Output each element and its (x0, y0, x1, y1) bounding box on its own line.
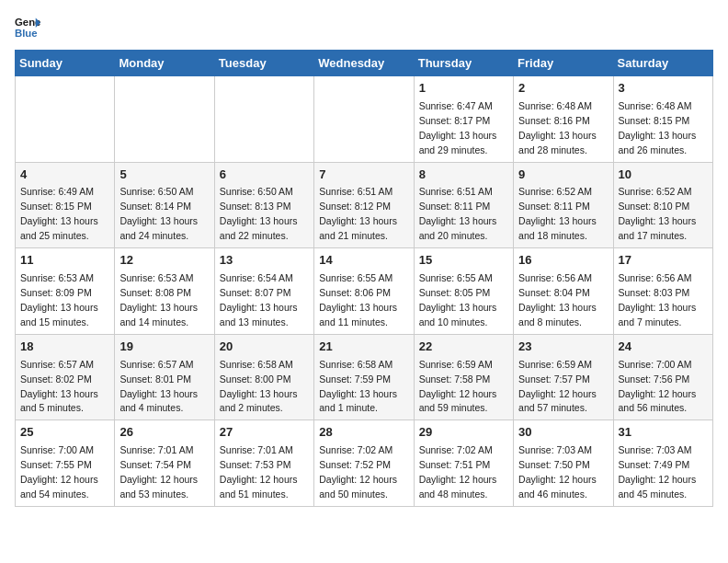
day-number: 7 (319, 167, 408, 184)
day-cell: 9Sunrise: 6:52 AM Sunset: 8:11 PM Daylig… (514, 162, 613, 248)
week-row-4: 18Sunrise: 6:57 AM Sunset: 8:02 PM Dayli… (16, 334, 713, 420)
logo: General Blue (15, 15, 44, 40)
day-cell: 15Sunrise: 6:55 AM Sunset: 8:05 PM Dayli… (414, 248, 513, 335)
day-number: 2 (518, 80, 608, 98)
day-info: Sunrise: 6:47 AM Sunset: 8:17 PM Dayligh… (419, 100, 497, 155)
day-cell (16, 76, 115, 163)
day-cell: 25Sunrise: 7:00 AM Sunset: 7:55 PM Dayli… (16, 420, 115, 507)
day-info: Sunrise: 6:56 AM Sunset: 8:04 PM Dayligh… (518, 272, 597, 327)
day-info: Sunrise: 6:53 AM Sunset: 8:09 PM Dayligh… (20, 272, 98, 327)
day-cell: 20Sunrise: 6:58 AM Sunset: 8:00 PM Dayli… (214, 334, 313, 420)
logo-icon: General Blue (15, 15, 40, 40)
day-cell: 23Sunrise: 6:59 AM Sunset: 7:57 PM Dayli… (514, 334, 613, 420)
day-cell: 26Sunrise: 7:01 AM Sunset: 7:54 PM Dayli… (115, 420, 214, 507)
day-number: 14 (319, 252, 408, 270)
calendar-table: SundayMondayTuesdayWednesdayThursdayFrid… (15, 50, 713, 507)
day-info: Sunrise: 7:00 AM Sunset: 7:55 PM Dayligh… (20, 444, 98, 500)
day-number: 28 (319, 424, 408, 442)
day-info: Sunrise: 7:02 AM Sunset: 7:52 PM Dayligh… (319, 444, 397, 500)
day-info: Sunrise: 7:02 AM Sunset: 7:51 PM Dayligh… (419, 444, 497, 500)
day-number: 24 (619, 339, 708, 356)
day-cell: 24Sunrise: 7:00 AM Sunset: 7:56 PM Dayli… (613, 334, 712, 420)
day-cell: 27Sunrise: 7:01 AM Sunset: 7:53 PM Dayli… (214, 420, 313, 507)
day-cell: 10Sunrise: 6:52 AM Sunset: 8:10 PM Dayli… (613, 162, 712, 248)
day-cell: 21Sunrise: 6:58 AM Sunset: 7:59 PM Dayli… (314, 334, 414, 420)
header-cell-sunday: Sunday (16, 51, 115, 76)
header-cell-wednesday: Wednesday (314, 51, 414, 76)
day-info: Sunrise: 6:50 AM Sunset: 8:14 PM Dayligh… (119, 186, 198, 241)
day-info: Sunrise: 7:01 AM Sunset: 7:54 PM Dayligh… (119, 444, 198, 500)
day-number: 31 (619, 424, 708, 442)
day-info: Sunrise: 6:50 AM Sunset: 8:13 PM Dayligh… (220, 186, 298, 241)
day-info: Sunrise: 6:51 AM Sunset: 8:12 PM Dayligh… (319, 186, 397, 241)
day-number: 10 (619, 167, 708, 184)
day-cell: 1Sunrise: 6:47 AM Sunset: 8:17 PM Daylig… (414, 76, 513, 163)
day-number: 11 (20, 252, 109, 270)
day-cell (115, 76, 214, 163)
day-info: Sunrise: 6:52 AM Sunset: 8:10 PM Dayligh… (619, 186, 697, 241)
day-number: 1 (419, 80, 508, 98)
header-cell-saturday: Saturday (613, 51, 712, 76)
day-info: Sunrise: 6:52 AM Sunset: 8:11 PM Dayligh… (518, 186, 597, 241)
day-cell: 11Sunrise: 6:53 AM Sunset: 8:09 PM Dayli… (16, 248, 115, 335)
day-number: 4 (20, 167, 109, 184)
svg-text:Blue: Blue (15, 28, 38, 39)
header-cell-thursday: Thursday (414, 51, 513, 76)
day-info: Sunrise: 6:58 AM Sunset: 7:59 PM Dayligh… (319, 359, 397, 414)
day-cell: 6Sunrise: 6:50 AM Sunset: 8:13 PM Daylig… (214, 162, 313, 248)
day-cell: 7Sunrise: 6:51 AM Sunset: 8:12 PM Daylig… (314, 162, 414, 248)
day-cell: 28Sunrise: 7:02 AM Sunset: 7:52 PM Dayli… (314, 420, 414, 507)
week-row-5: 25Sunrise: 7:00 AM Sunset: 7:55 PM Dayli… (16, 420, 713, 507)
day-info: Sunrise: 6:58 AM Sunset: 8:00 PM Dayligh… (220, 359, 298, 414)
day-number: 8 (419, 167, 508, 184)
day-info: Sunrise: 6:53 AM Sunset: 8:08 PM Dayligh… (119, 272, 198, 327)
day-info: Sunrise: 6:48 AM Sunset: 8:15 PM Dayligh… (619, 100, 697, 155)
day-cell: 14Sunrise: 6:55 AM Sunset: 8:06 PM Dayli… (314, 248, 414, 335)
day-cell: 30Sunrise: 7:03 AM Sunset: 7:50 PM Dayli… (514, 420, 613, 507)
day-number: 29 (419, 424, 508, 442)
week-row-3: 11Sunrise: 6:53 AM Sunset: 8:09 PM Dayli… (16, 248, 713, 335)
day-cell: 2Sunrise: 6:48 AM Sunset: 8:16 PM Daylig… (514, 76, 613, 163)
day-info: Sunrise: 6:56 AM Sunset: 8:03 PM Dayligh… (619, 272, 697, 327)
header-row: SundayMondayTuesdayWednesdayThursdayFrid… (16, 51, 713, 76)
day-cell: 29Sunrise: 7:02 AM Sunset: 7:51 PM Dayli… (414, 420, 513, 507)
day-number: 21 (319, 339, 408, 356)
day-info: Sunrise: 6:48 AM Sunset: 8:16 PM Dayligh… (518, 100, 597, 155)
day-info: Sunrise: 6:55 AM Sunset: 8:05 PM Dayligh… (419, 272, 497, 327)
day-number: 25 (20, 424, 109, 442)
day-cell: 19Sunrise: 6:57 AM Sunset: 8:01 PM Dayli… (115, 334, 214, 420)
week-row-2: 4Sunrise: 6:49 AM Sunset: 8:15 PM Daylig… (16, 162, 713, 248)
day-number: 3 (619, 80, 708, 98)
day-cell (314, 76, 414, 163)
day-number: 17 (619, 252, 708, 270)
day-cell: 3Sunrise: 6:48 AM Sunset: 8:15 PM Daylig… (613, 76, 712, 163)
week-row-1: 1Sunrise: 6:47 AM Sunset: 8:17 PM Daylig… (16, 76, 713, 163)
day-number: 26 (119, 424, 209, 442)
header: General Blue (15, 15, 713, 40)
day-number: 15 (419, 252, 508, 270)
day-number: 5 (119, 167, 209, 184)
day-number: 18 (20, 339, 109, 356)
day-number: 22 (419, 339, 508, 356)
day-number: 9 (518, 167, 608, 184)
day-cell: 8Sunrise: 6:51 AM Sunset: 8:11 PM Daylig… (414, 162, 513, 248)
day-cell: 17Sunrise: 6:56 AM Sunset: 8:03 PM Dayli… (613, 248, 712, 335)
day-cell (214, 76, 313, 163)
day-info: Sunrise: 7:01 AM Sunset: 7:53 PM Dayligh… (220, 444, 298, 500)
day-number: 16 (518, 252, 608, 270)
day-cell: 5Sunrise: 6:50 AM Sunset: 8:14 PM Daylig… (115, 162, 214, 248)
day-cell: 22Sunrise: 6:59 AM Sunset: 7:58 PM Dayli… (414, 334, 513, 420)
day-info: Sunrise: 6:57 AM Sunset: 8:02 PM Dayligh… (20, 359, 98, 414)
header-cell-tuesday: Tuesday (214, 51, 313, 76)
day-number: 13 (220, 252, 309, 270)
day-cell: 13Sunrise: 6:54 AM Sunset: 8:07 PM Dayli… (214, 248, 313, 335)
day-info: Sunrise: 7:00 AM Sunset: 7:56 PM Dayligh… (619, 359, 697, 414)
day-cell: 31Sunrise: 7:03 AM Sunset: 7:49 PM Dayli… (613, 420, 712, 507)
day-info: Sunrise: 6:54 AM Sunset: 8:07 PM Dayligh… (220, 272, 298, 327)
header-cell-monday: Monday (115, 51, 214, 76)
day-number: 20 (220, 339, 309, 356)
day-info: Sunrise: 6:51 AM Sunset: 8:11 PM Dayligh… (419, 186, 497, 241)
day-number: 30 (518, 424, 608, 442)
day-info: Sunrise: 6:57 AM Sunset: 8:01 PM Dayligh… (119, 359, 198, 414)
day-info: Sunrise: 6:55 AM Sunset: 8:06 PM Dayligh… (319, 272, 397, 327)
